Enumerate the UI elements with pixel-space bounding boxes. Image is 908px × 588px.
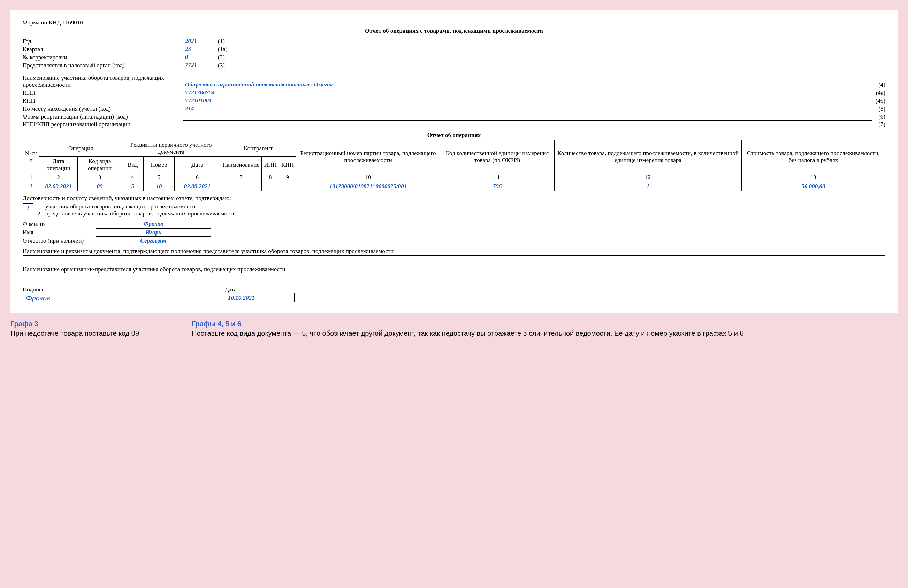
participant-fields: Наименование участника оборота товаров, …: [23, 74, 885, 128]
th-c-kpp: КПП: [279, 157, 296, 173]
correction-num: (2): [214, 53, 885, 61]
authority-doc-label: Наименование и реквизиты документа, подт…: [23, 248, 885, 255]
th-doc-date: Дата: [174, 157, 220, 173]
cell-op-code: 09: [77, 182, 122, 191]
col-num-8: 8: [262, 173, 279, 182]
location-value: 214: [183, 105, 872, 113]
col-num-9: 9: [279, 173, 296, 182]
cell-op-date: 02.09.2021: [39, 182, 78, 191]
cell-c-kpp: [279, 182, 296, 191]
year-label: Год: [23, 37, 183, 45]
cell-cost: 50 000,00: [742, 182, 885, 191]
participant-name-value: Общество с ограниченной ответственностью…: [183, 74, 872, 89]
col-num-12: 12: [554, 173, 741, 182]
cell-c-name: [220, 182, 262, 191]
table-row: 1 02.09.2021 09 5 10 02.09.2021 10129000…: [23, 182, 885, 191]
note-1-body: При недостаче товара поставьте код 09: [10, 329, 171, 338]
date-value: 10.10.2021: [225, 293, 295, 302]
th-c-name: Наименование: [220, 157, 262, 173]
col-num-5: 5: [143, 173, 175, 182]
year-value: 2021: [183, 37, 214, 45]
surname-value: Фролов: [96, 220, 211, 228]
correction-label: № корректировки: [23, 53, 183, 61]
cell-doc-num: 10: [143, 182, 175, 191]
cell-doc-type: 5: [122, 182, 143, 191]
form-code: Форма по КНД 1169010: [23, 19, 885, 26]
reorg-form-num: (6): [872, 113, 885, 121]
inn-num: (4а): [872, 89, 885, 97]
header-fields: Год 2021 (1) Квартал 23 (1а) № корректир…: [23, 37, 885, 69]
operations-table: № п/п Операция Реквизиты первичного учет…: [23, 140, 885, 191]
participant-name-label: Наименование участника оборота товаров, …: [23, 74, 183, 89]
quarter-value: 23: [183, 45, 214, 53]
col-num-7: 7: [220, 173, 262, 182]
tax-authority-num: (3): [214, 61, 885, 69]
th-op-code: Код вида операции: [77, 157, 122, 173]
correction-value: 0: [183, 53, 214, 61]
reorg-form-value: [183, 113, 872, 121]
reorg-inn-kpp-label: ИНН/КПП реорганизованной организации: [23, 121, 183, 128]
representative-org-line: [23, 274, 885, 281]
col-num-10: 10: [296, 173, 440, 182]
note-2: Графы 4, 5 и 6 Поставьте код вида докуме…: [192, 320, 898, 338]
footer-notes: Графа 3 При недостаче товара поставьте к…: [10, 320, 898, 338]
note-1-title: Графа 3: [10, 320, 171, 328]
cell-qty: 1: [554, 182, 741, 191]
cell-c-inn: [262, 182, 279, 191]
tax-authority-label: Представляется в налоговый орган (код): [23, 61, 183, 69]
patronymic-label: Отчество (при наличии): [23, 237, 96, 245]
reorg-inn-kpp-value: [183, 121, 872, 128]
surname-label: Фамилия: [23, 220, 96, 228]
document-title: Отчет об операциях с товарами, подлежащи…: [23, 27, 885, 34]
confirmation-option-2: 2 - представитель участника оборота това…: [37, 210, 236, 217]
th-operation: Операция: [39, 140, 122, 157]
kpp-label: КПП: [23, 97, 183, 105]
cell-n: 1: [23, 182, 39, 191]
document-sheet: Форма по КНД 1169010 Отчет об операциях …: [10, 10, 898, 313]
authority-doc-line: [23, 256, 885, 263]
authority-doc-block: Наименование и реквизиты документа, подт…: [23, 248, 885, 263]
column-number-row: 1 2 3 4 5 6 7 8 9 10 11 12 13: [23, 173, 885, 182]
col-num-11: 11: [440, 173, 555, 182]
col-num-2: 2: [39, 173, 78, 182]
th-counterparty: Контрагент: [220, 140, 296, 157]
location-num: (5): [872, 105, 885, 113]
confirmation-code: 1: [23, 203, 33, 213]
reorg-form-label: Форма реорганизации (ликвидации) (код): [23, 113, 183, 121]
confirmation-text: Достоверность и полноту сведений, указан…: [23, 195, 885, 202]
cell-doc-date: 02.09.2021: [174, 182, 220, 191]
patronymic-value: Сергеевич: [96, 237, 211, 245]
signature-value: Фролов: [23, 293, 92, 302]
th-doc-num: Номер: [143, 157, 175, 173]
th-doc-type: Вид: [122, 157, 143, 173]
signature-label: Подпись: [23, 286, 92, 293]
signature-row: Подпись Фролов Дата 10.10.2021: [23, 286, 885, 302]
inn-label: ИНН: [23, 89, 183, 97]
quarter-num: (1а): [214, 45, 885, 53]
th-cost: Стоимость товара, подлежащего прослежива…: [742, 140, 885, 173]
name-value: Игорь: [96, 228, 211, 237]
fio-block: Фамилия Фролов Имя Игорь Отчество (при н…: [23, 220, 211, 245]
th-reg-number: Регистрационный номер партии товара, под…: [296, 140, 440, 173]
name-label: Имя: [23, 228, 96, 237]
th-op-date: Дата операции: [39, 157, 78, 173]
confirmation-option-1: 1 - участник оборота товаров, подлежащих…: [37, 203, 236, 210]
location-label: По месту нахождения (учета) (код): [23, 105, 183, 113]
reorg-inn-kpp-num: (7): [872, 121, 885, 128]
note-2-title: Графы 4, 5 и 6: [192, 320, 898, 328]
quarter-label: Квартал: [23, 45, 183, 53]
operations-subtitle: Отчет об операциях: [23, 132, 885, 139]
col-num-6: 6: [174, 173, 220, 182]
note-1: Графа 3 При недостаче товара поставьте к…: [10, 320, 171, 338]
cell-reg: 10129000/010821/ 0000025/001: [296, 182, 440, 191]
th-num: № п/п: [23, 140, 39, 173]
representative-org-block: Наименование организации-представителя у…: [23, 266, 885, 281]
cell-okei: 796: [440, 182, 555, 191]
th-c-inn: ИНН: [262, 157, 279, 173]
kpp-num: (4б): [872, 97, 885, 105]
note-2-body: Поставьте код вида документа — 5, что об…: [192, 329, 898, 338]
confirmation-block: Достоверность и полноту сведений, указан…: [23, 195, 885, 217]
kpp-value: 772101001: [183, 97, 872, 105]
date-label: Дата: [225, 286, 295, 293]
representative-org-label: Наименование организации-представителя у…: [23, 266, 885, 273]
